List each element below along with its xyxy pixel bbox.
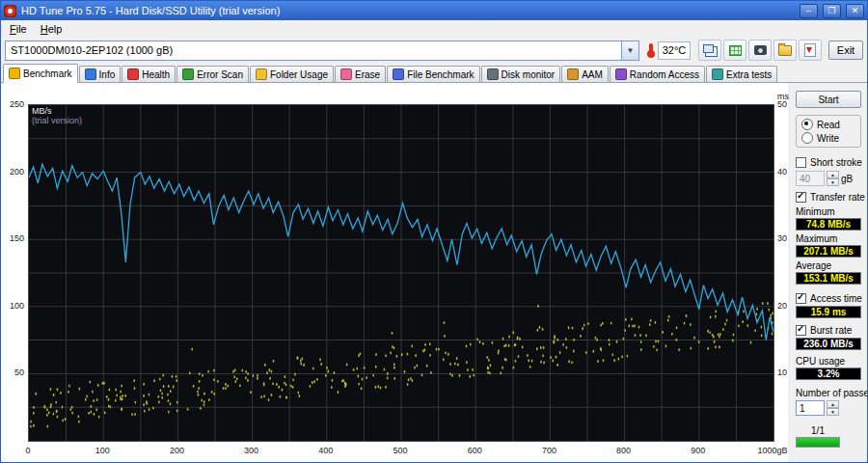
- app-window: HD Tune Pro 5.75 - Hard Disk/SSD Utility…: [0, 0, 868, 463]
- drive-select[interactable]: ST1000DM010-2EP102 (1000 gB) ▼: [5, 41, 639, 61]
- chart-area: MB/s (trial version) 2502001501005050403…: [1, 83, 788, 463]
- tab-aam[interactable]: AAM: [561, 66, 609, 82]
- tab-label: File Benchmark: [407, 69, 474, 80]
- burst-rate-label: Burst rate: [810, 325, 852, 336]
- camera-icon: [754, 45, 767, 55]
- maximum-value: 207.1 MB/s: [796, 245, 861, 258]
- transfer-rate-checkbox[interactable]: [796, 192, 806, 203]
- x-axis-tick: 0: [25, 446, 30, 455]
- window-title: HD Tune Pro 5.75 - Hard Disk/SSD Utility…: [21, 5, 795, 16]
- passes-label: Number of passes: [796, 388, 861, 398]
- radio-read-icon[interactable]: [801, 119, 813, 130]
- burst-rate-checkbox-row[interactable]: Burst rate: [796, 323, 861, 337]
- benchmark-control-panel: Start ReadWrite Short stroke ▲▼ gB Trans…: [788, 83, 868, 463]
- short-stroke-size-input[interactable]: [796, 171, 825, 186]
- folder-icon: [778, 45, 792, 56]
- copy-windows-icon: [703, 44, 714, 53]
- tab-label: Random Access: [630, 69, 699, 80]
- menu-help[interactable]: Help: [34, 22, 69, 36]
- export-image-button[interactable]: [799, 40, 822, 61]
- short-stroke-stepper[interactable]: ▲▼: [827, 171, 839, 186]
- maximize-button[interactable]: [823, 4, 841, 18]
- benchmark-gauge-icon: [9, 68, 20, 79]
- x-axis-tick: 900: [691, 446, 705, 455]
- start-button[interactable]: Start: [796, 91, 861, 108]
- cpu-usage-label: CPU usage: [796, 356, 861, 367]
- radio-read[interactable]: Read: [801, 118, 855, 131]
- stepper-up-icon[interactable]: ▲: [827, 171, 839, 178]
- tab-label: Benchmark: [23, 68, 72, 79]
- minimum-label: Minimum: [796, 206, 861, 217]
- copy-to-clipboard-button[interactable]: [698, 40, 721, 61]
- menu-file[interactable]: File: [3, 22, 34, 36]
- transfer-rate-checkbox-row[interactable]: Transfer rate: [796, 190, 861, 204]
- health-cross-icon: [127, 68, 139, 80]
- tab-folder-usage[interactable]: Folder Usage: [250, 66, 334, 82]
- grid-export-icon: [729, 45, 742, 56]
- erase-icon: [340, 68, 352, 80]
- burst-rate-value: 236.0 MB/s: [796, 338, 861, 350]
- short-stroke-checkbox-row[interactable]: Short stroke: [796, 155, 861, 169]
- passes-input[interactable]: [796, 400, 825, 416]
- tab-label: AAM: [582, 69, 603, 80]
- minimize-button[interactable]: [800, 4, 818, 18]
- stepper-down-icon[interactable]: ▼: [827, 178, 839, 186]
- y-right-tick: 20: [777, 301, 787, 311]
- screenshot-button[interactable]: [748, 40, 772, 61]
- tab-label: Disk monitor: [502, 69, 556, 80]
- thermometer-icon: [649, 43, 653, 55]
- tab-health[interactable]: Health: [122, 66, 176, 82]
- menu-bar: FileHelp: [1, 20, 867, 37]
- disk-monitor-icon: [487, 68, 499, 80]
- access-time-checkbox[interactable]: [796, 293, 806, 304]
- random-access-icon: [615, 68, 627, 80]
- radio-label: Read: [817, 120, 840, 130]
- cpu-usage-value: 3.2%: [796, 368, 861, 380]
- tab-file-benchmark[interactable]: File Benchmark: [387, 66, 479, 82]
- radio-write[interactable]: Write: [801, 131, 855, 145]
- minimum-value: 74.8 MB/s: [796, 218, 861, 231]
- average-label: Average: [796, 260, 861, 271]
- save-results-button[interactable]: [773, 40, 797, 61]
- burst-rate-checkbox[interactable]: [796, 325, 806, 336]
- progress-bar: [796, 437, 840, 448]
- copy-text-results-button[interactable]: [723, 40, 746, 61]
- y-axis-unit: MB/s: [32, 106, 52, 116]
- transfer-rate-label: Transfer rate: [810, 192, 865, 203]
- benchmark-chart-svg: [29, 105, 773, 441]
- access-time-checkbox-row[interactable]: Access time: [796, 291, 861, 305]
- access-time-value: 15.9 ms: [796, 306, 861, 318]
- tab-benchmark[interactable]: Benchmark: [3, 64, 78, 83]
- short-stroke-size-row: ▲▼ gB: [796, 171, 861, 186]
- short-stroke-checkbox[interactable]: [796, 157, 806, 168]
- benchmark-plot: MB/s (trial version): [28, 104, 774, 442]
- y-left-tick: 150: [1, 233, 24, 243]
- exit-button[interactable]: Exit: [828, 41, 863, 60]
- aam-icon: [567, 68, 579, 80]
- progress-fill: [797, 438, 839, 447]
- stepper-up-icon[interactable]: ▲: [827, 400, 839, 408]
- tab-extra-tests[interactable]: Extra tests: [706, 66, 777, 82]
- radio-write-icon[interactable]: [801, 132, 813, 144]
- y-left-tick: 200: [1, 167, 24, 177]
- tab-random-access[interactable]: Random Access: [610, 66, 705, 82]
- tab-disk-monitor[interactable]: Disk monitor: [481, 66, 561, 82]
- short-stroke-label: Short stroke: [810, 157, 862, 168]
- chevron-down-icon[interactable]: ▼: [621, 41, 638, 60]
- tab-error-scan[interactable]: Error Scan: [176, 66, 249, 82]
- x-axis-tick: 700: [542, 446, 556, 455]
- close-button[interactable]: [846, 4, 864, 18]
- x-axis-tick: 500: [393, 446, 407, 455]
- folder-usage-icon: [256, 68, 267, 80]
- toolbar: ST1000DM010-2EP102 (1000 gB) ▼ 32°C Exit: [1, 37, 867, 64]
- tab-erase[interactable]: Erase: [335, 66, 386, 82]
- tab-label: Extra tests: [726, 69, 772, 80]
- tab-info[interactable]: Info: [79, 66, 122, 82]
- stepper-down-icon[interactable]: ▼: [827, 408, 839, 416]
- passes-row: ▲▼: [796, 400, 861, 416]
- passes-stepper[interactable]: ▲▼: [827, 400, 839, 416]
- x-axis-tick: 800: [616, 446, 631, 455]
- toolbar-buttons: [698, 40, 822, 61]
- drive-select-value: ST1000DM010-2EP102 (1000 gB): [6, 44, 621, 56]
- average-value: 153.1 MB/s: [796, 272, 861, 285]
